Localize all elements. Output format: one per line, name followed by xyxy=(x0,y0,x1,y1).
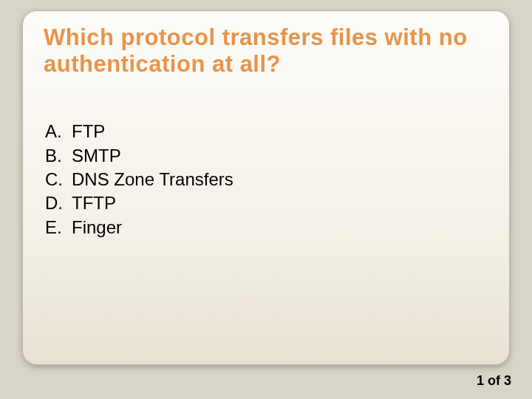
option-e: E. Finger xyxy=(45,216,488,239)
options-list: A. FTP B. SMTP C. DNS Zone Transfers D. … xyxy=(45,120,488,239)
option-text: DNS Zone Transfers xyxy=(72,168,233,191)
option-letter: D. xyxy=(45,191,72,215)
option-letter: C. xyxy=(45,168,72,191)
slide-card: Which protocol transfers files with no a… xyxy=(22,10,510,365)
option-letter: E. xyxy=(45,216,72,239)
option-text: SMTP xyxy=(72,144,121,168)
option-c: C. DNS Zone Transfers xyxy=(45,168,488,191)
option-letter: A. xyxy=(45,120,72,143)
option-letter: B. xyxy=(45,144,72,168)
option-b: B. SMTP xyxy=(45,144,488,168)
option-text: Finger xyxy=(72,216,122,239)
question-title: Which protocol transfers files with no a… xyxy=(44,24,488,77)
page-counter: 1 of 3 xyxy=(477,373,511,389)
option-d: D. TFTP xyxy=(45,191,488,215)
option-text: FTP xyxy=(72,120,105,143)
option-text: TFTP xyxy=(72,191,116,215)
option-a: A. FTP xyxy=(45,120,488,143)
